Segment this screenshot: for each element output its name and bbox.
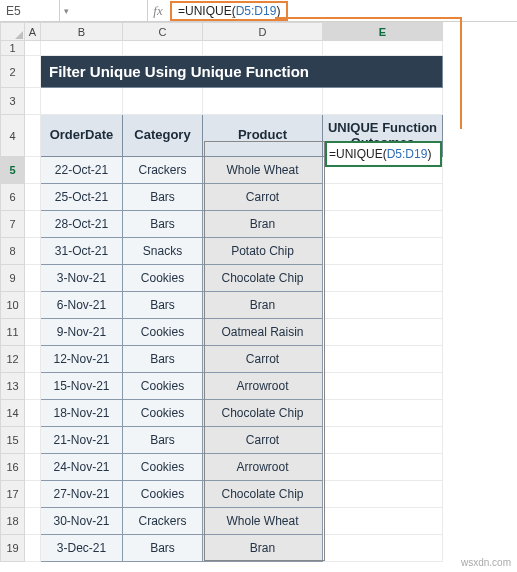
cell[interactable] [203,88,323,115]
cell-date[interactable]: 25-Oct-21 [41,184,123,211]
cell-prod[interactable]: Whole Wheat [203,157,323,184]
cell-prod[interactable]: Bran [203,211,323,238]
cell-date[interactable]: 31-Oct-21 [41,238,123,265]
spreadsheet-grid[interactable]: A B C D E 1 2 Filter Unique Using Unique… [0,22,443,562]
cell-cat[interactable]: Crackers [123,508,203,535]
cell-cat[interactable]: Bars [123,211,203,238]
cell-date[interactable]: 22-Oct-21 [41,157,123,184]
formula-bar[interactable]: =UNIQUE(D5:D19) [168,1,517,21]
cell-date[interactable]: 28-Oct-21 [41,211,123,238]
row-header[interactable]: 10 [1,292,25,319]
cell[interactable] [25,535,41,562]
cell[interactable] [323,400,443,427]
cell[interactable] [323,508,443,535]
cell[interactable] [323,211,443,238]
col-header-e[interactable]: E [323,23,443,41]
cell[interactable] [323,319,443,346]
cell[interactable] [25,238,41,265]
cell[interactable] [25,292,41,319]
header-category[interactable]: Category [123,115,203,157]
row-header[interactable]: 7 [1,211,25,238]
cell[interactable] [25,319,41,346]
cell-cat[interactable]: Cookies [123,454,203,481]
name-box[interactable]: E5 [0,0,60,21]
cell-date[interactable]: 3-Dec-21 [41,535,123,562]
active-cell[interactable]: =UNIQUE(D5:D19) [325,141,442,167]
cell[interactable] [25,115,41,157]
row-header[interactable]: 5 [1,157,25,184]
row-header[interactable]: 6 [1,184,25,211]
cell[interactable] [323,265,443,292]
cell[interactable] [25,157,41,184]
row-header[interactable]: 16 [1,454,25,481]
cell-date[interactable]: 12-Nov-21 [41,346,123,373]
cell[interactable] [25,265,41,292]
cell[interactable] [25,400,41,427]
cell-date[interactable]: 9-Nov-21 [41,319,123,346]
row-header[interactable]: 4 [1,115,25,157]
cell[interactable] [25,427,41,454]
cell-prod[interactable]: Chocolate Chip [203,481,323,508]
cell[interactable] [323,88,443,115]
row-header[interactable]: 8 [1,238,25,265]
sheet-title[interactable]: Filter Unique Using Unique Function [41,56,443,88]
cell-prod[interactable]: Arrowroot [203,454,323,481]
row-header[interactable]: 19 [1,535,25,562]
cell-prod[interactable]: Carrot [203,346,323,373]
cell-date[interactable]: 21-Nov-21 [41,427,123,454]
cell[interactable] [323,238,443,265]
cell[interactable] [323,41,443,56]
cell-prod[interactable]: Bran [203,535,323,562]
cell-date[interactable]: 30-Nov-21 [41,508,123,535]
cell[interactable] [25,41,41,56]
cell[interactable] [41,88,123,115]
cell[interactable] [323,346,443,373]
cell[interactable] [41,41,123,56]
row-header[interactable]: 12 [1,346,25,373]
fx-icon[interactable]: fx [148,3,168,19]
row-header[interactable]: 1 [1,41,25,56]
cell-cat[interactable]: Cookies [123,265,203,292]
cell[interactable] [323,454,443,481]
cell-prod[interactable]: Arrowroot [203,373,323,400]
row-header[interactable]: 15 [1,427,25,454]
cell[interactable] [25,373,41,400]
row-header[interactable]: 9 [1,265,25,292]
cell-cat[interactable]: Snacks [123,238,203,265]
name-box-dropdown-icon[interactable]: ▾ [60,6,72,16]
cell[interactable] [323,292,443,319]
cell-date[interactable]: 27-Nov-21 [41,481,123,508]
cell-prod[interactable]: Carrot [203,427,323,454]
header-product[interactable]: Product [203,115,323,157]
cell-prod[interactable]: Bran [203,292,323,319]
cell-prod[interactable]: Oatmeal Raisin [203,319,323,346]
row-header[interactable]: 2 [1,56,25,88]
cell[interactable] [25,481,41,508]
cell-cat[interactable]: Bars [123,427,203,454]
row-header[interactable]: 18 [1,508,25,535]
cell-prod[interactable]: Whole Wheat [203,508,323,535]
col-header-d[interactable]: D [203,23,323,41]
cell[interactable] [323,373,443,400]
cell[interactable] [123,88,203,115]
cell-date[interactable]: 18-Nov-21 [41,400,123,427]
cell-prod[interactable]: Potato Chip [203,238,323,265]
cell-cat[interactable]: Cookies [123,481,203,508]
cell-prod[interactable]: Chocolate Chip [203,400,323,427]
cell[interactable] [323,535,443,562]
col-header-a[interactable]: A [25,23,41,41]
cell-prod[interactable]: Carrot [203,184,323,211]
cell-date[interactable]: 15-Nov-21 [41,373,123,400]
row-header[interactable]: 14 [1,400,25,427]
cell[interactable] [25,346,41,373]
cell[interactable] [25,184,41,211]
cell[interactable] [123,41,203,56]
cell-prod[interactable]: Chocolate Chip [203,265,323,292]
row-header[interactable]: 11 [1,319,25,346]
select-all-cell[interactable] [1,23,25,41]
cell-cat[interactable]: Cookies [123,319,203,346]
cell-cat[interactable]: Bars [123,292,203,319]
cell[interactable] [25,88,41,115]
cell-cat[interactable]: Crackers [123,157,203,184]
cell[interactable] [203,41,323,56]
